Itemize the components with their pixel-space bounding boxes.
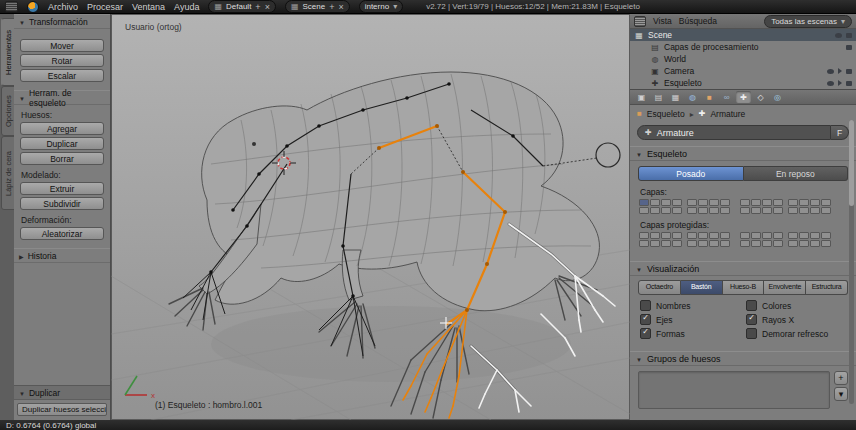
layer-toggle[interactable]	[661, 240, 671, 247]
layer-toggle[interactable]	[661, 199, 671, 206]
layer-toggle[interactable]	[773, 199, 783, 206]
outliner-row-controls[interactable]	[827, 68, 852, 74]
layer-toggle[interactable]	[762, 199, 772, 206]
layer-toggle[interactable]	[720, 207, 730, 214]
add-layout-icon[interactable]	[255, 2, 260, 12]
layer-toggle[interactable]	[650, 232, 660, 239]
tab-physics-icon[interactable]: ◎	[770, 91, 785, 103]
scale-button[interactable]: Escalar	[20, 69, 104, 82]
redo-panel-header[interactable]: Duplicar	[14, 385, 110, 400]
layer-toggle[interactable]	[709, 240, 719, 247]
layer-toggle[interactable]	[639, 240, 649, 247]
layer-toggle[interactable]	[773, 240, 783, 247]
layer-toggle[interactable]	[639, 199, 649, 206]
panel-esqueleto-tools-header[interactable]: Herram. de esqueleto	[14, 90, 110, 105]
rotate-button[interactable]: Rotar	[20, 54, 104, 67]
layer-toggle[interactable]	[672, 232, 682, 239]
panel-visualizacion-header[interactable]: Visualización	[630, 261, 856, 276]
restrict-view-icon[interactable]	[835, 33, 842, 38]
tab-render-layers-icon[interactable]: ▤	[651, 91, 666, 103]
menu-procesar[interactable]: Procesar	[87, 2, 123, 12]
render-engine-selector[interactable]: interno	[359, 0, 403, 13]
restrict-select-icon[interactable]	[838, 68, 842, 74]
checkbox-formas[interactable]: Formas	[640, 328, 740, 339]
layer-toggle[interactable]	[751, 207, 761, 214]
layer-toggle[interactable]	[810, 207, 820, 214]
layer-toggle[interactable]	[650, 199, 660, 206]
tab-data-icon[interactable]: ✚	[736, 91, 751, 103]
restrict-view-icon[interactable]	[827, 81, 834, 86]
layer-toggle[interactable]	[810, 232, 820, 239]
tab-bone-icon[interactable]: ◇	[753, 91, 768, 103]
layer-toggle[interactable]	[661, 232, 671, 239]
checkbox-box[interactable]	[746, 328, 757, 339]
layer-toggle[interactable]	[698, 199, 708, 206]
layer-toggle[interactable]	[650, 207, 660, 214]
outliner-item-scene[interactable]: ▦ Scene	[630, 29, 856, 41]
layer-toggle[interactable]	[762, 240, 772, 247]
checkbox-rayos-x[interactable]: Rayos X	[746, 314, 846, 325]
layer-toggle[interactable]	[720, 232, 730, 239]
outliner-item-render-layers[interactable]: ▤ Capas de procesamiento	[630, 41, 856, 53]
layer-toggle[interactable]	[740, 199, 750, 206]
armature-name-field[interactable]: ✚ Armature	[637, 125, 831, 140]
outliner-row-controls[interactable]	[835, 33, 852, 38]
layer-toggle[interactable]	[788, 240, 798, 247]
checkbox-box[interactable]	[746, 300, 757, 311]
layer-toggle[interactable]	[687, 240, 697, 247]
restrict-view-icon[interactable]	[827, 69, 834, 74]
outliner-item-camera[interactable]: ▣ Camera	[630, 65, 856, 77]
menu-ayuda[interactable]: Ayuda	[174, 2, 199, 12]
layer-toggle[interactable]	[762, 232, 772, 239]
close-layout-icon[interactable]	[265, 2, 270, 12]
layer-toggle[interactable]	[810, 199, 820, 206]
move-button[interactable]: Mover	[20, 39, 104, 52]
bone-groups-list[interactable]	[638, 371, 830, 409]
restrict-render-icon[interactable]	[846, 81, 852, 86]
fake-user-button[interactable]: F	[831, 125, 849, 140]
layer-toggle[interactable]	[821, 207, 831, 214]
checkbox-box[interactable]	[746, 314, 757, 325]
outliner-item-world[interactable]: ◍ World	[630, 53, 856, 65]
layer-toggle[interactable]	[720, 199, 730, 206]
restrict-render-icon[interactable]	[846, 69, 852, 74]
layer-toggle[interactable]	[672, 207, 682, 214]
outliner-menu-vista[interactable]: Vista	[653, 16, 672, 26]
layer-toggle[interactable]	[687, 232, 697, 239]
restrict-render-icon[interactable]	[846, 45, 852, 50]
restrict-select-icon[interactable]	[838, 80, 842, 86]
panel-esqueleto-header[interactable]: Esqueleto	[630, 146, 856, 161]
rest-position-button[interactable]: En reposo	[744, 166, 849, 181]
breadcrumb-data[interactable]: Armature	[710, 109, 745, 119]
checkbox-box[interactable]	[640, 300, 651, 311]
restrict-render-icon[interactable]	[846, 33, 852, 38]
layer-toggle[interactable]	[709, 232, 719, 239]
layer-toggle[interactable]	[698, 207, 708, 214]
editor-type-icon[interactable]	[634, 16, 646, 27]
layer-toggle[interactable]	[661, 207, 671, 214]
layer-toggle[interactable]	[799, 207, 809, 214]
tab-object-icon[interactable]: ■	[702, 91, 717, 103]
mode-estructura-button[interactable]: Estructura	[806, 280, 848, 295]
layer-toggle[interactable]	[799, 240, 809, 247]
layer-toggle[interactable]	[709, 199, 719, 206]
outliner-filter-selector[interactable]: Todas las escenas	[764, 15, 852, 28]
layer-toggle[interactable]	[773, 232, 783, 239]
mode-hueso-b-button[interactable]: Hueso-B	[723, 280, 765, 295]
layer-toggle[interactable]	[788, 207, 798, 214]
layer-toggle[interactable]	[751, 232, 761, 239]
checkbox-ejes[interactable]: Ejes	[640, 314, 740, 325]
tab-scene-icon[interactable]: ▦	[668, 91, 683, 103]
outliner-item-esqueleto[interactable]: ✚ Esqueleto	[630, 77, 856, 89]
extrude-button[interactable]: Extruir	[20, 182, 104, 195]
viewport-3d[interactable]: x Usuario (ortog) (1) Esqueleto : hombro…	[111, 14, 630, 420]
group-specials-button[interactable]: ▾	[834, 387, 848, 401]
outliner-row-controls[interactable]	[827, 80, 852, 86]
menu-archivo[interactable]: Archivo	[48, 2, 78, 12]
layer-toggle[interactable]	[740, 232, 750, 239]
layer-toggle[interactable]	[639, 207, 649, 214]
mode-octaedro-button[interactable]: Octaedro	[638, 280, 681, 295]
add-scene-icon[interactable]	[329, 2, 334, 12]
layer-toggle[interactable]	[709, 207, 719, 214]
layer-toggle[interactable]	[687, 207, 697, 214]
